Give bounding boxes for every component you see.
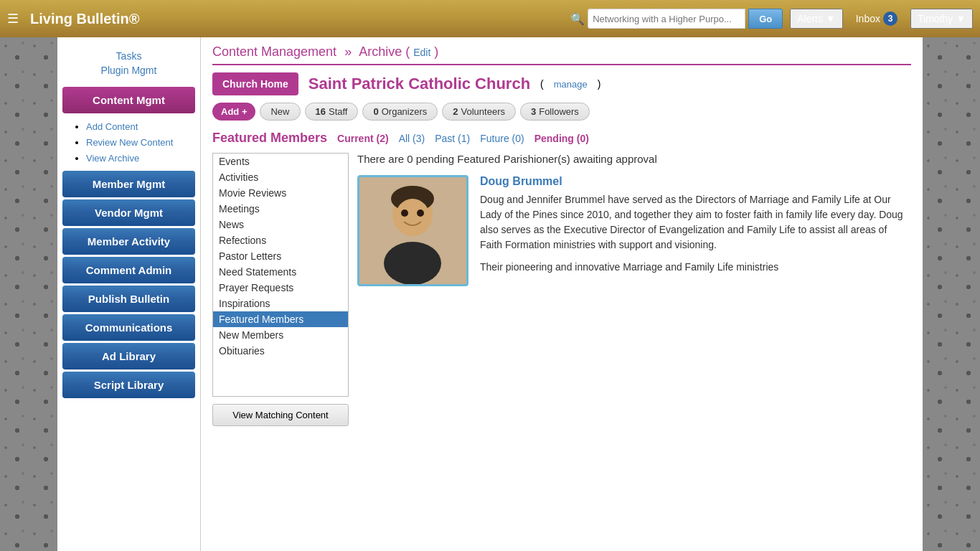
plugin-mgmt-link[interactable]: Plugin Mgmt: [57, 63, 200, 77]
list-item[interactable]: News: [213, 217, 348, 232]
content-right: There are 0 pending Featured Parishioner…: [357, 153, 911, 426]
menu-icon[interactable]: ☰: [7, 11, 19, 27]
add-content-link[interactable]: Add Content: [86, 121, 138, 132]
right-stone-decoration: [923, 37, 980, 551]
list-item[interactable]: Activities: [213, 169, 348, 185]
member-bio-text: Doug and Jennifer Brummel have served as…: [480, 192, 911, 253]
stats-bar: Add + New 16 Staff 0 Organizers 2 Volunt…: [212, 103, 911, 121]
breadcrumb-sep: »: [344, 44, 352, 59]
list-item[interactable]: Events: [213, 154, 348, 169]
list-item[interactable]: Movie Reviews: [213, 185, 348, 201]
new-pill[interactable]: New: [260, 103, 300, 121]
go-button[interactable]: Go: [748, 9, 783, 29]
user-menu-button[interactable]: Timothy ▼: [910, 9, 973, 29]
tab-past[interactable]: Past (1): [435, 133, 470, 144]
search-input[interactable]: [588, 9, 745, 29]
list-item[interactable]: Refections: [213, 232, 348, 248]
tab-pending[interactable]: Pending (0): [534, 133, 589, 144]
sub-link-item: View Archive: [86, 150, 200, 166]
comment-admin-button[interactable]: Comment Admin: [62, 257, 195, 283]
tab-current[interactable]: Current (2): [337, 133, 389, 144]
list-item[interactable]: Pastor Letters: [213, 248, 348, 264]
featured-title: Featured Members: [212, 131, 327, 146]
main-layout: Tasks Plugin Mgmt Content Mgmt Add Conte…: [0, 37, 980, 551]
breadcrumb-section: Content Management: [212, 44, 336, 59]
manage-link[interactable]: manage: [554, 79, 588, 90]
volunteers-pill[interactable]: 2 Volunteers: [442, 103, 516, 121]
content-type-list[interactable]: Events Activities Movie Reviews Meetings…: [212, 153, 349, 397]
breadcrumb-paren-close: ): [434, 44, 438, 59]
pending-message: There are 0 pending Featured Parishioner…: [357, 153, 911, 165]
list-item[interactable]: Inspirations: [213, 296, 348, 311]
member-card: Doug Brummel Doug and Jennifer Brummel h…: [357, 175, 911, 286]
manage-paren-open: (: [540, 78, 544, 90]
featured-members-header: Featured Members Current (2) All (3) Pas…: [212, 131, 911, 146]
inbox-badge: 3: [883, 11, 897, 26]
followers-count: 3: [531, 106, 536, 117]
add-button[interactable]: Add +: [212, 103, 255, 121]
church-header: Church Home Saint Patrick Catholic Churc…: [212, 72, 911, 95]
svg-point-6: [417, 209, 424, 217]
tab-all[interactable]: All (3): [399, 133, 425, 144]
app-logo: Living Bulletin®: [30, 11, 140, 27]
vendor-mgmt-button[interactable]: Vendor Mgmt: [62, 199, 195, 226]
sidebar-top-links: Tasks Plugin Mgmt: [57, 44, 200, 85]
list-item[interactable]: Prayer Requests: [213, 280, 348, 296]
svg-point-3: [384, 242, 441, 284]
list-item[interactable]: Obituaries: [213, 343, 348, 359]
list-item[interactable]: Need Statements: [213, 264, 348, 280]
sub-link-item: Review New Content: [86, 134, 200, 150]
member-photo: [357, 175, 468, 286]
publish-bulletin-button[interactable]: Publish Bulletin: [62, 286, 195, 312]
breadcrumb-page: Archive: [359, 44, 402, 59]
church-home-button[interactable]: Church Home: [212, 72, 298, 95]
organizers-label: Organizers: [382, 106, 428, 117]
view-archive-link[interactable]: View Archive: [86, 153, 139, 164]
followers-pill[interactable]: 3 Followers: [520, 103, 590, 121]
manage-paren-close: ): [598, 78, 601, 90]
church-name: Saint Patrick Catholic Church: [308, 75, 530, 93]
tab-future[interactable]: Future (0): [480, 133, 524, 144]
staff-label: Staff: [329, 106, 348, 117]
alerts-button[interactable]: Alerts ▼: [790, 9, 843, 29]
search-icon: 🔍: [570, 12, 585, 26]
list-item[interactable]: New Members: [213, 327, 348, 343]
view-matching-content-button[interactable]: View Matching Content: [212, 404, 349, 426]
new-label: New: [270, 106, 289, 117]
volunteers-label: Volunteers: [461, 106, 505, 117]
edit-link[interactable]: Edit: [413, 47, 430, 58]
review-new-link[interactable]: Review New Content: [86, 137, 173, 148]
content-list-box: Events Activities Movie Reviews Meetings…: [212, 153, 349, 426]
organizers-count: 0: [373, 106, 378, 117]
left-stone-decoration: [0, 37, 57, 551]
content-mgmt-button[interactable]: Content Mgmt: [62, 87, 195, 113]
communications-button[interactable]: Communications: [62, 314, 195, 341]
ad-library-button[interactable]: Ad Library: [62, 343, 195, 369]
member-activity-button[interactable]: Member Activity: [62, 228, 195, 255]
staff-count: 16: [316, 106, 326, 117]
breadcrumb: Content Management » Archive ( Edit ): [212, 44, 911, 65]
list-item-featured-members[interactable]: Featured Members: [213, 311, 348, 327]
organizers-pill[interactable]: 0 Organizers: [362, 103, 438, 121]
member-name-link[interactable]: Doug Brummel: [480, 175, 562, 187]
inbox-button[interactable]: Inbox 3: [850, 9, 903, 29]
member-bio: Doug Brummel Doug and Jennifer Brummel h…: [480, 175, 911, 275]
member-bio-text-2: Their pioneering and innovative Marriage…: [480, 260, 911, 275]
breadcrumb-paren-open: (: [405, 44, 410, 59]
staff-pill[interactable]: 16 Staff: [305, 103, 359, 121]
svg-point-4: [395, 199, 430, 236]
tasks-link[interactable]: Tasks: [57, 49, 200, 63]
script-library-button[interactable]: Script Library: [62, 372, 195, 398]
sub-link-item: Add Content: [86, 118, 200, 134]
content-sub-links: Add Content Review New Content View Arch…: [57, 116, 200, 169]
app-header: ☰ Living Bulletin® 🔍 Go Alerts ▼ Inbox 3…: [0, 0, 980, 37]
volunteers-count: 2: [453, 106, 458, 117]
svg-point-5: [401, 209, 408, 217]
sidebar: Tasks Plugin Mgmt Content Mgmt Add Conte…: [57, 37, 201, 551]
main-content: Content Management » Archive ( Edit ) Ch…: [201, 37, 923, 551]
search-area: 🔍 Go: [570, 9, 783, 29]
content-body: Events Activities Movie Reviews Meetings…: [212, 153, 911, 426]
member-mgmt-button[interactable]: Member Mgmt: [62, 171, 195, 197]
list-item[interactable]: Meetings: [213, 201, 348, 217]
followers-label: Followers: [539, 106, 579, 117]
